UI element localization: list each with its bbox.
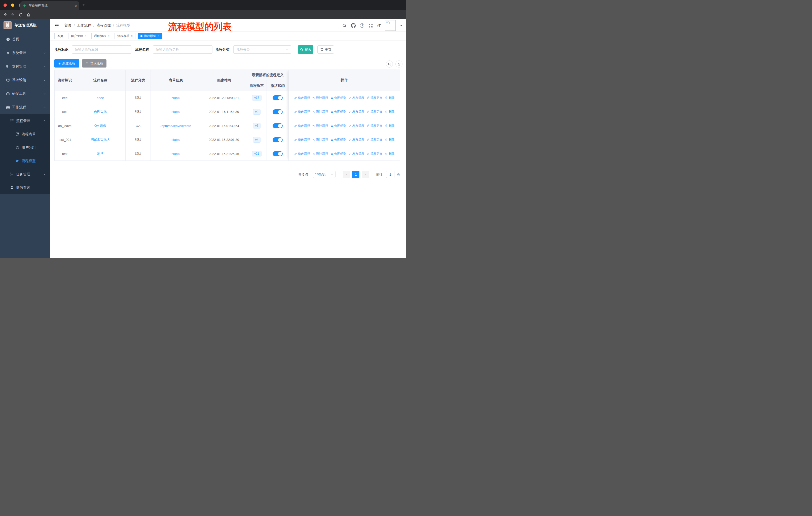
back-icon[interactable] [3, 12, 7, 17]
close-tag-icon[interactable]: × [85, 34, 86, 38]
page-size-select[interactable]: 10条/页 [313, 171, 336, 178]
minimize-window-button[interactable] [11, 3, 14, 7]
action-modify[interactable]: 修改流程 [294, 110, 310, 114]
process-name-link[interactable]: 滔博 [75, 147, 125, 161]
search-button[interactable]: 搜索 [298, 45, 313, 54]
close-window-button[interactable] [3, 3, 7, 7]
action-delete[interactable]: 删除 [385, 124, 395, 128]
tag-process-form[interactable]: 流程表单× [115, 33, 136, 39]
action-delete[interactable]: 删除 [385, 138, 395, 142]
sidebar-item-process-form[interactable]: 流程表单 [0, 128, 50, 141]
action-definition[interactable]: 流程定义 [367, 138, 383, 142]
filter-name-input[interactable] [153, 45, 212, 54]
action-assign-rule[interactable]: 分配规则 [330, 110, 346, 114]
process-name-link[interactable]: eeee [75, 91, 125, 105]
action-publish[interactable]: 发布流程 [349, 96, 365, 100]
action-definition[interactable]: 流程定义 [367, 124, 383, 128]
goto-page-input[interactable] [386, 171, 395, 178]
action-modify[interactable]: 修改流程 [294, 124, 310, 128]
action-publish[interactable]: 发布流程 [349, 124, 365, 128]
form-link[interactable]: biubiu [151, 91, 201, 105]
fullscreen-icon[interactable] [369, 23, 373, 28]
tag-process-model[interactable]: 流程模型× [138, 33, 162, 39]
breadcrumb-item[interactable]: 首页 [64, 23, 71, 28]
home-icon[interactable] [26, 12, 31, 17]
action-modify[interactable]: 修改流程 [294, 138, 310, 142]
sidebar-item-devtools[interactable]: 研发工具 [0, 87, 50, 101]
close-tag-icon[interactable]: × [157, 34, 159, 38]
form-link[interactable]: biubiu [151, 105, 201, 119]
sidebar-item-task-management[interactable]: 任务管理 [0, 167, 50, 181]
tag-tenant[interactable]: 租户管理× [68, 33, 89, 39]
sidebar-item-payment[interactable]: ¥ 支付管理 [0, 60, 50, 73]
action-definition[interactable]: 流程定义 [367, 110, 383, 114]
active-toggle[interactable] [272, 137, 283, 142]
form-link[interactable]: biubiu [151, 147, 201, 161]
action-design[interactable]: 设计流程 [312, 96, 328, 100]
action-assign-rule[interactable]: 分配规则 [330, 152, 346, 156]
forward-icon[interactable] [11, 12, 15, 17]
sidebar-item-home[interactable]: 首页 [0, 32, 50, 46]
next-page-button[interactable]: › [362, 171, 369, 178]
user-avatar[interactable] [385, 20, 396, 31]
action-assign-rule[interactable]: 分配规则 [330, 138, 346, 142]
user-menu-caret-icon[interactable] [400, 25, 403, 26]
action-publish[interactable]: 发布流程 [349, 138, 365, 142]
reset-button[interactable]: 重置 [317, 45, 334, 54]
action-delete[interactable]: 删除 [385, 110, 395, 114]
breadcrumb-item[interactable]: 工作流程 [77, 23, 91, 28]
font-size-icon[interactable]: TT [377, 24, 381, 27]
filter-category-select[interactable]: 流程分类 [233, 45, 291, 54]
sidebar-item-system[interactable]: 系统管理 [0, 46, 50, 60]
header-search-icon[interactable] [342, 23, 347, 28]
filter-key-input[interactable] [72, 45, 132, 54]
tag-home[interactable]: 首页 [54, 33, 66, 39]
action-assign-rule[interactable]: 分配规则 [330, 124, 346, 128]
action-publish[interactable]: 发布流程 [349, 110, 365, 114]
breadcrumb-item[interactable]: 流程管理 [97, 23, 111, 28]
browser-tab[interactable]: 芋道管理系统 × [20, 1, 79, 10]
action-delete[interactable]: 删除 [385, 96, 395, 100]
sidebar-item-user-group[interactable]: 用户分组 [0, 141, 50, 154]
action-design[interactable]: 设计流程 [312, 152, 328, 156]
close-tab-icon[interactable]: × [75, 4, 77, 8]
create-process-button[interactable]: + 新建流程 [54, 59, 79, 67]
action-design[interactable]: 设计流程 [312, 124, 328, 128]
import-process-button[interactable]: 导入流程 [82, 59, 107, 67]
collapse-sidebar-icon[interactable] [54, 23, 59, 28]
active-toggle[interactable] [272, 109, 283, 114]
active-toggle[interactable] [272, 123, 283, 128]
sidebar-item-infrastructure[interactable]: 基础设施 [0, 73, 50, 87]
current-page-button[interactable]: 1 [352, 171, 359, 178]
prev-page-button[interactable]: ‹ [343, 171, 350, 178]
close-tag-icon[interactable]: × [131, 34, 133, 38]
process-name-link[interactable]: 测试多审批人 [75, 133, 125, 147]
process-name-link[interactable]: OA 请假 [75, 119, 125, 133]
new-tab-button[interactable]: + [82, 2, 85, 8]
form-link[interactable]: biubiu [151, 133, 201, 147]
active-toggle[interactable] [272, 151, 283, 156]
tag-my-process[interactable]: 我的流程× [91, 33, 112, 39]
action-publish[interactable]: 发布流程 [349, 152, 365, 156]
close-tag-icon[interactable]: × [108, 34, 110, 38]
process-name-link[interactable]: 自己审批 [75, 105, 125, 119]
sidebar-item-process-management[interactable]: 流程管理 [0, 114, 50, 128]
sidebar-item-leave-query[interactable]: 请假查询 [0, 181, 50, 194]
action-definition[interactable]: 流程定义 [367, 152, 383, 156]
app-logo[interactable]: 芋道管理系统 [0, 19, 50, 31]
table-search-button[interactable] [386, 60, 393, 67]
table-refresh-button[interactable] [396, 60, 403, 67]
action-assign-rule[interactable]: 分配规则 [330, 96, 346, 100]
action-modify[interactable]: 修改流程 [294, 152, 310, 156]
form-link[interactable]: /bpm/oa/leave/create [151, 119, 201, 133]
sidebar-item-workflow[interactable]: 工作流程 [0, 101, 50, 114]
action-design[interactable]: 设计流程 [312, 138, 328, 142]
sidebar-item-process-model[interactable]: 流程模型 [0, 154, 50, 167]
action-definition[interactable]: 流程定义 [367, 96, 383, 100]
help-icon[interactable]: ? [360, 23, 364, 28]
active-toggle[interactable] [272, 95, 283, 100]
reload-icon[interactable] [19, 12, 23, 17]
action-design[interactable]: 设计流程 [312, 110, 328, 114]
action-modify[interactable]: 修改流程 [294, 96, 310, 100]
github-icon[interactable] [351, 23, 356, 28]
